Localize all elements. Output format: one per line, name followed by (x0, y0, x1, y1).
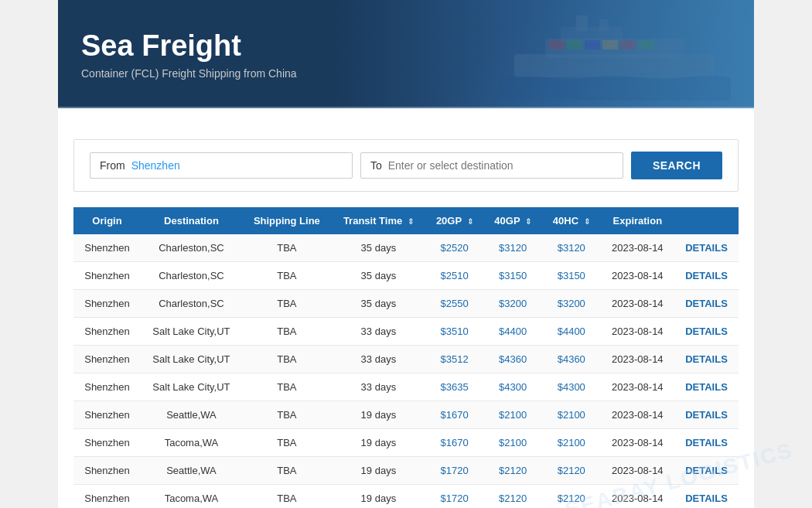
price-40hc-link[interactable]: $3200 (558, 298, 585, 309)
cell-destination: Charleston,SC (141, 234, 242, 262)
from-label: From (100, 159, 125, 172)
cell-destination: Tacoma,WA (141, 429, 242, 457)
search-button[interactable]: SEARCH (631, 152, 722, 179)
cell-40hc: $3120 (542, 234, 601, 262)
sort-icon-transit: ⇕ (408, 217, 414, 226)
price-40hc-link[interactable]: $3150 (558, 270, 585, 281)
price-40gp-link[interactable]: $4360 (499, 353, 527, 365)
details-link[interactable]: DETAILS (685, 381, 728, 393)
table-row: Shenzhen Charleston,SC TBA 35 days $2510… (73, 262, 739, 290)
cell-20gp: $2550 (425, 290, 483, 318)
cell-transit-time: 33 days (332, 373, 425, 401)
col-header-shipping-line: Shipping Line (242, 207, 332, 234)
cell-expiration: 2023-08-14 (601, 429, 674, 457)
details-link[interactable]: DETAILS (685, 437, 728, 448)
price-40hc-link[interactable]: $4360 (558, 353, 585, 365)
details-link[interactable]: DETAILS (685, 298, 728, 309)
details-link[interactable]: DETAILS (685, 493, 728, 504)
price-20gp-link[interactable]: $1670 (441, 409, 469, 421)
cell-shipping-line: TBA (242, 485, 332, 509)
price-20gp-link[interactable]: $2550 (441, 298, 469, 309)
price-40hc-link[interactable]: $2120 (558, 465, 585, 476)
price-40hc-link[interactable]: $3120 (558, 242, 585, 254)
cell-expiration: 2023-08-14 (601, 373, 674, 401)
cell-shipping-line: TBA (242, 290, 332, 318)
details-link[interactable]: DETAILS (685, 409, 728, 421)
hero-divider (58, 107, 754, 108)
cell-origin: Shenzhen (73, 373, 141, 401)
details-link[interactable]: DETAILS (685, 270, 728, 281)
cell-40hc: $4360 (542, 346, 601, 373)
col-header-expiration: Expiration (601, 207, 674, 234)
cell-destination: Charleston,SC (141, 262, 242, 290)
cell-origin: Shenzhen (73, 346, 141, 373)
to-label: To (370, 159, 382, 172)
price-20gp-link[interactable]: $2510 (441, 270, 469, 281)
price-40hc-link[interactable]: $4300 (558, 381, 585, 393)
cell-shipping-line: TBA (242, 262, 332, 290)
price-40gp-link[interactable]: $2120 (499, 493, 527, 504)
cell-action: DETAILS (674, 457, 739, 485)
cell-shipping-line: TBA (242, 401, 332, 429)
cell-40hc: $2120 (542, 485, 601, 509)
to-input[interactable] (388, 159, 613, 172)
price-20gp-link[interactable]: $2520 (441, 242, 469, 254)
from-input[interactable] (131, 159, 343, 172)
cell-destination: Charleston,SC (141, 290, 242, 318)
cell-origin: Shenzhen (73, 290, 141, 318)
col-header-40gp[interactable]: 40GP ⇕ (483, 207, 541, 234)
cell-20gp: $3635 (425, 373, 483, 401)
details-link[interactable]: DETAILS (685, 242, 728, 254)
price-40hc-link[interactable]: $2120 (558, 493, 585, 504)
details-link[interactable]: DETAILS (685, 326, 728, 337)
price-40gp-link[interactable]: $3120 (499, 242, 527, 254)
cell-20gp: $1670 (425, 401, 483, 429)
price-40gp-link[interactable]: $3200 (499, 298, 527, 309)
cell-20gp: $1720 (425, 457, 483, 485)
details-link[interactable]: DETAILS (685, 353, 728, 365)
cell-40gp: $2100 (483, 401, 541, 429)
col-header-20gp[interactable]: 20GP ⇕ (425, 207, 483, 234)
price-40gp-link[interactable]: $4300 (499, 381, 527, 393)
price-20gp-link[interactable]: $3635 (441, 381, 469, 393)
cell-action: DETAILS (674, 485, 739, 509)
cell-40hc: $2100 (542, 429, 601, 457)
price-20gp-link[interactable]: $3512 (441, 353, 469, 365)
hero-section: Sea Freight Container (FCL) Freight Ship… (58, 0, 754, 108)
col-header-transit-time[interactable]: Transit Time ⇕ (332, 207, 425, 234)
cell-origin: Shenzhen (73, 318, 141, 346)
cell-expiration: 2023-08-14 (601, 401, 674, 429)
cell-40gp: $2120 (483, 457, 541, 485)
cell-20gp: $1720 (425, 485, 483, 509)
cell-shipping-line: TBA (242, 429, 332, 457)
price-40gp-link[interactable]: $3150 (499, 270, 527, 281)
cell-20gp: $3512 (425, 346, 483, 373)
cell-20gp: $1670 (425, 429, 483, 457)
cell-action: DETAILS (674, 373, 739, 401)
price-40hc-link[interactable]: $4400 (558, 326, 585, 337)
cell-40gp: $2100 (483, 429, 541, 457)
price-20gp-link[interactable]: $3510 (441, 326, 469, 337)
cell-destination: Salt Lake City,UT (141, 318, 242, 346)
price-20gp-link[interactable]: $1720 (441, 493, 469, 504)
price-20gp-link[interactable]: $1670 (441, 437, 469, 448)
price-40hc-link[interactable]: $2100 (558, 409, 585, 421)
col-header-40hc[interactable]: 40HC ⇕ (542, 207, 601, 234)
details-link[interactable]: DETAILS (685, 465, 728, 476)
price-40hc-link[interactable]: $2100 (558, 437, 585, 448)
col-header-action (674, 207, 739, 234)
price-40gp-link[interactable]: $4400 (499, 326, 527, 337)
cell-action: DETAILS (674, 290, 739, 318)
cell-expiration: 2023-08-14 (601, 290, 674, 318)
cell-40hc: $3200 (542, 290, 601, 318)
price-20gp-link[interactable]: $1720 (441, 465, 469, 476)
cell-action: DETAILS (674, 346, 739, 373)
price-40gp-link[interactable]: $2100 (499, 437, 527, 448)
price-40gp-link[interactable]: $2100 (499, 409, 527, 421)
cell-action: DETAILS (674, 401, 739, 429)
cell-transit-time: 19 days (332, 485, 425, 509)
sort-icon-40gp: ⇕ (525, 217, 531, 226)
price-40gp-link[interactable]: $2120 (499, 465, 527, 476)
main-content: From To SEARCH Origin Destination Shippi… (58, 108, 754, 508)
table-row: Shenzhen Charleston,SC TBA 35 days $2550… (73, 290, 739, 318)
